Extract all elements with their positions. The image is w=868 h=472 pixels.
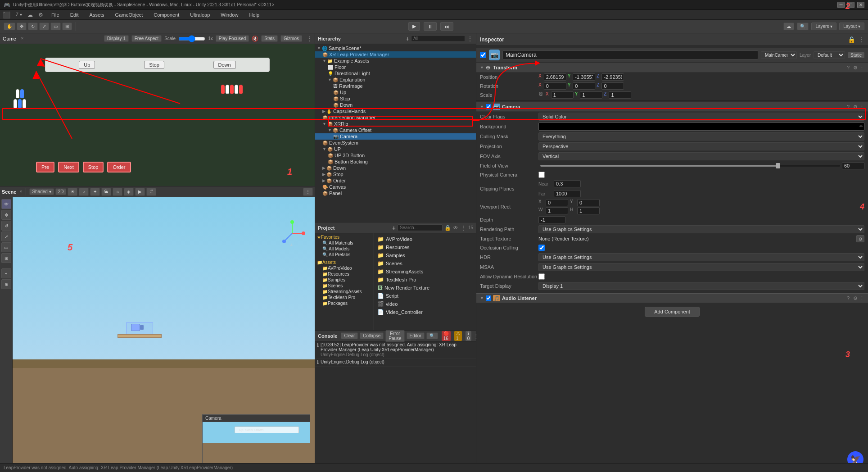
tag-select[interactable]: MainCamera [761, 51, 797, 59]
gizmo-transform-btn[interactable]: ⊞ [1, 253, 11, 263]
asset-video[interactable]: 🎬video [375, 300, 474, 308]
rect-tool[interactable]: ▭ [50, 23, 61, 30]
h-item-exampleassets[interactable]: ▼ 📁 Example Assets [315, 58, 476, 64]
proj-packages[interactable]: 📁Packages [315, 300, 373, 306]
scene-grid-btn[interactable]: # [146, 188, 156, 196]
layer-select[interactable]: Default [814, 51, 845, 59]
gizmo-extra2[interactable]: ⊕ [1, 279, 11, 289]
audiolistener-question[interactable]: ? [847, 295, 850, 301]
scene-anim-btn[interactable]: ▶ [135, 188, 145, 196]
camera-header[interactable]: ▼ 📷 Camera ? ⚙ ⋮ [476, 102, 868, 112]
fovaxis-select[interactable]: Vertical [538, 152, 864, 160]
object-name-field[interactable] [502, 50, 758, 59]
collab-btn[interactable]: ☁ [783, 23, 794, 30]
asset-textmeshpro[interactable]: 📁TextMesh Pro [375, 276, 474, 284]
project-search[interactable] [398, 224, 443, 231]
layers-btn[interactable]: Layers ▾ [811, 23, 836, 30]
h-item-panel[interactable]: 📦 Panel [315, 190, 476, 196]
depth-value[interactable] [538, 216, 565, 223]
close-btn[interactable]: ✕ [857, 2, 864, 8]
asset-newrendertexture[interactable]: 🖼New Render Texture [375, 284, 474, 292]
stats-btn[interactable]: Stats [261, 35, 278, 42]
proj-scenes[interactable]: 📁Scenes [315, 283, 373, 289]
transform-dots[interactable]: ⋮ [859, 65, 864, 71]
tab-close-scene[interactable]: ✕ [19, 190, 23, 194]
asset-scenes[interactable]: 📁Scenes [375, 259, 474, 268]
search-btn[interactable]: 🔍 [797, 23, 809, 30]
play-button[interactable]: ▶ [408, 22, 420, 31]
position-z[interactable] [601, 73, 624, 81]
h-item-stop[interactable]: 📦 Stop [315, 95, 476, 102]
scale-tool[interactable]: ⤢ [39, 23, 49, 30]
h-item-capsulehands[interactable]: ▶ ✋ CapsuleHands [315, 108, 476, 114]
asset-avprovideo[interactable]: 📁AVProVideo [375, 235, 474, 243]
h-item-camera[interactable]: 📷 Camera [315, 133, 476, 140]
h-item-eventsystem[interactable]: 📦 EventSystem [315, 140, 476, 146]
h-item-xrleap[interactable]: 📦 XR Leap Provider Manager [315, 51, 476, 58]
h-item-down2[interactable]: ▶ 📦 Down [315, 165, 476, 171]
position-y[interactable] [573, 73, 595, 81]
camera-gear[interactable]: ⚙ [853, 104, 858, 110]
proj-favorites-header[interactable]: ★ Favorites [315, 234, 373, 240]
scene-audio-btn[interactable]: ♪ [79, 188, 89, 196]
menu-file[interactable]: File [49, 11, 62, 18]
menu-assets[interactable]: Assets [87, 11, 107, 18]
game-up-btn[interactable]: Up [79, 61, 95, 69]
gizmo-extra1[interactable]: + [1, 268, 11, 278]
scale-z[interactable] [609, 91, 631, 99]
game-more-btn[interactable]: ⋮ [307, 36, 312, 42]
menu-component[interactable]: Component [151, 11, 182, 18]
h-item-explanation[interactable]: ▼ 📦 Explanation [315, 77, 476, 83]
hdr-select[interactable]: Use Graphics Settings [538, 253, 864, 261]
scene-view-mode[interactable]: Shaded ▾ [29, 188, 54, 195]
cullingmask-select[interactable]: Everything [538, 132, 864, 141]
transform-question[interactable]: ? [847, 65, 850, 70]
renderingpath-select[interactable]: Use Graphics Settings [538, 225, 864, 233]
asset-samples[interactable]: 📁Samples [375, 251, 474, 259]
project-add-btn[interactable]: + [392, 224, 396, 231]
hierarchy-more-btn[interactable]: ⋮ [467, 35, 473, 42]
game-stop-btn[interactable]: Stop [144, 61, 164, 69]
h-item-xrrig[interactable]: ▼ 📦 XRRig [315, 121, 476, 127]
scene-flare-btn[interactable]: ◈ [124, 188, 134, 196]
object-enabled-checkbox[interactable] [480, 52, 486, 58]
project-eye-btn[interactable]: 👁 [453, 225, 458, 231]
hierarchy-add-btn[interactable]: + [406, 35, 409, 42]
proj-samples[interactable]: 📁Samples [315, 277, 373, 283]
game-next-btn[interactable]: Next [58, 162, 79, 172]
menu-window[interactable]: Window [218, 11, 241, 18]
scene-2d-btn[interactable]: 2D [55, 188, 67, 195]
console-collapse-btn[interactable]: Collapse [360, 332, 384, 339]
game-pre-btn[interactable]: Pre [36, 162, 54, 172]
proj-all-prefabs[interactable]: 🔍All Prefabs [315, 252, 373, 258]
h-item-up3dbutton[interactable]: 📦 UP 3D Button [315, 152, 476, 159]
h-item-buttonbacking[interactable]: 📦 Button Backing [315, 159, 476, 165]
targetdisplay-select[interactable]: Display 1 [538, 282, 864, 290]
transform-header[interactable]: ▼ ⊕ Transform ? ⚙ ⋮ [476, 63, 868, 73]
proj-all-materials[interactable]: 🔍All Materials [315, 240, 373, 246]
vp-w[interactable] [546, 207, 568, 214]
allowdynamic-checkbox[interactable] [538, 273, 545, 280]
aspect-select[interactable]: Free Aspect [131, 35, 162, 42]
project-more-btn[interactable]: ⋮ [460, 224, 466, 231]
position-x[interactable] [544, 73, 566, 81]
audiolistener-header[interactable]: ▼ 🎵 Audio Listener ? ⚙ ⋮ [476, 293, 868, 303]
tab-close-game[interactable]: ✕ [21, 36, 24, 41]
asset-script[interactable]: 📄Script [375, 292, 474, 300]
occlusionculling-checkbox[interactable] [538, 245, 545, 251]
proj-avprovideo[interactable]: 📁AVProVideo [315, 265, 373, 271]
mute-btn[interactable]: 🔇 [252, 36, 258, 42]
scene-tab[interactable]: Scene [2, 189, 16, 195]
audiolistener-enabled-checkbox[interactable] [486, 295, 491, 301]
add-component-btn[interactable]: Add Component [645, 307, 700, 317]
vp-y[interactable] [577, 199, 600, 206]
console-item-2[interactable]: ℹ UnityEngine.Debug.Log (object) [315, 359, 476, 367]
pause-button[interactable]: ⏸ [424, 22, 437, 31]
inspector-more-btn[interactable]: ⋮ [858, 36, 864, 43]
transform-gear[interactable]: ⚙ [853, 65, 858, 71]
h-item-canvas[interactable]: 🎨 Canvas [315, 184, 476, 190]
scene-canvas[interactable]: 👁 ✥ ↺ ⤢ ▭ ⊞ + ⊕ [0, 197, 315, 472]
proj-resources[interactable]: 📁Resources [315, 271, 373, 277]
projection-select[interactable]: Perspective [538, 142, 864, 150]
camera-dots[interactable]: ⋮ [859, 104, 864, 110]
